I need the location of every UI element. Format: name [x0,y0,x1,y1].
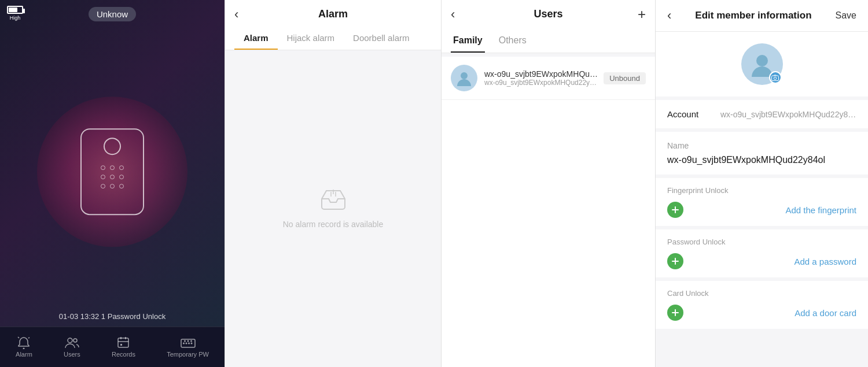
svg-point-7 [185,343,187,344]
name-section: Name wx-o9u_svjbt9EWxpokMHQud22y84ol [656,132,868,175]
account-field: Account wx-o9u_svjbt9EWxpokMHQud22y84ol [667,100,856,128]
battery-label: High [10,15,21,21]
svg-point-8 [188,343,190,344]
svg-point-1 [68,338,72,343]
tab-alarm[interactable]: Alarm [234,27,278,50]
svg-rect-15 [772,76,779,81]
nav-records[interactable]: Records [112,336,135,358]
alarm-panel: ‹ Alarm Alarm Hijack alarm Doorbell alar… [225,0,441,367]
alarm-back-button[interactable]: ‹ [234,8,238,21]
nav-users[interactable]: Users [64,336,80,358]
users-title: Users [534,8,562,20]
keypad-dot [119,184,124,188]
add-card-label[interactable]: Add a door card [795,308,856,318]
keypad-dot [119,165,124,170]
keypad-dot [110,184,115,188]
camera-icon[interactable] [769,71,782,84]
card-add-row: Add a door card [667,305,856,321]
save-button[interactable]: Save [836,10,856,21]
nav-alarm-label: Alarm [16,351,32,358]
password-label: Password Unlock [667,238,856,246]
tab-family[interactable]: Family [451,31,485,53]
lock-circle-top [104,138,121,155]
name-label: Name [667,141,856,150]
users-list: wx-o9u_svjbt9EWxpokMHQud22... wx-o9u_svj… [442,57,655,367]
alarm-empty-state: No alarm record is available [225,50,441,367]
alarm-nav-icon [16,336,31,349]
users-panel: ‹ Users + Family Others wx-o9u_svjbt9EWx… [441,0,655,367]
tab-hijack-alarm[interactable]: Hijack alarm [278,27,344,50]
keypad-dot [119,175,124,179]
edit-back-button[interactable]: ‹ [667,8,671,23]
fingerprint-add-row: Add the fingerprint [667,202,856,218]
card-section: Card Unlock Add a door card [656,281,868,329]
svg-point-13 [461,72,468,79]
table-row[interactable]: wx-o9u_svjbt9EWxpokMHQud22... wx-o9u_svj… [442,57,655,100]
svg-point-9 [190,343,192,344]
add-fingerprint-button[interactable] [667,202,683,218]
records-nav-icon [116,336,131,349]
edit-panel: ‹ Edit member information Save Account w… [655,0,868,367]
tab-doorbell-alarm[interactable]: Doorbell alarm [344,27,419,50]
edit-title: Edit member information [695,10,811,21]
user-name: wx-o9u_svjbt9EWxpokMHQud22... [484,69,600,79]
home-datetime: 01-03 13:32 1 Password Unlock [0,312,225,321]
card-label: Card Unlock [667,289,856,298]
unknown-badge: Unknow [89,7,136,21]
empty-inbox-icon [318,188,348,214]
account-section: Account wx-o9u_svjbt9EWxpokMHQud22y84ol [656,100,868,128]
keypad-dot [101,184,105,188]
nav-users-label: Users [64,351,80,358]
password-add-row: Add a password [667,253,856,269]
fingerprint-label: Fingerprint Unlock [667,186,856,195]
avatar-section [656,32,868,97]
svg-point-11 [187,340,189,342]
add-password-button[interactable] [667,253,683,269]
add-password-label[interactable]: Add a password [794,257,856,266]
nav-alarm[interactable]: Alarm [16,336,32,358]
svg-point-0 [23,348,25,350]
alarm-tabs: Alarm Hijack alarm Doorbell alarm [234,27,432,50]
lock-device [80,128,144,215]
edit-header: ‹ Edit member information Save [656,0,868,32]
users-nav-icon [64,336,79,349]
users-header: ‹ Users + Family Others [442,0,655,53]
temppw-nav-icon [181,336,196,349]
alarm-header: ‹ Alarm Alarm Hijack alarm Doorbell alar… [225,0,441,50]
lock-circle [37,97,187,247]
alarm-title: Alarm [318,8,348,20]
nav-temp-pw[interactable]: Temporary PW [167,336,209,358]
tab-others[interactable]: Others [496,31,529,53]
keypad-dot [101,175,105,179]
home-top-bar: High Unknow [0,0,225,28]
svg-rect-4 [120,344,122,346]
user-info: wx-o9u_svjbt9EWxpokMHQud22... wx-o9u_svj… [484,69,604,87]
svg-point-12 [190,340,192,342]
svg-point-14 [756,55,768,66]
users-back-button[interactable]: ‹ [451,8,455,21]
svg-point-2 [73,339,77,342]
name-value: wx-o9u_svjbt9EWxpokMHQud22y84ol [667,155,856,165]
edit-avatar [741,43,783,85]
add-card-button[interactable] [667,305,683,321]
user-tabs: Family Others [451,27,646,53]
device-status: High [7,6,23,21]
avatar [451,65,477,91]
password-section: Password Unlock Add a password [656,229,868,277]
account-value: wx-o9u_svjbt9EWxpokMHQud22y84ol [720,110,856,119]
home-panel: High Unknow 01-03 13:32 1 Password Unloc… [0,0,225,367]
alarm-header-top: ‹ Alarm [234,8,432,27]
fingerprint-section: Fingerprint Unlock Add the fingerprint [656,178,868,226]
svg-point-6 [183,343,185,344]
users-header-top: ‹ Users + [451,8,646,27]
keypad-grid [101,165,124,188]
svg-point-16 [774,77,776,79]
alarm-empty-text: No alarm record is available [283,220,384,229]
add-fingerprint-label[interactable]: Add the fingerprint [785,205,856,215]
keypad-dot [101,165,105,170]
status-badge: Unbound [604,72,646,84]
battery-icon [7,6,23,14]
svg-point-10 [184,340,186,342]
users-add-button[interactable]: + [638,6,646,23]
home-nav: Alarm Users Reco [0,327,225,367]
